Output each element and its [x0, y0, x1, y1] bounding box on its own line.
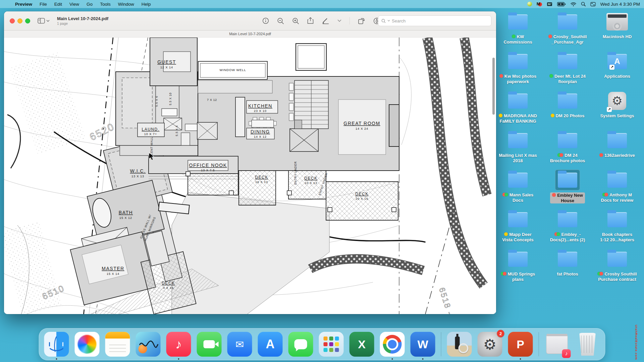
menu-item-help[interactable]: Help: [138, 2, 155, 7]
svg-text:14 X 24: 14 X 24: [356, 127, 368, 130]
desktop-wallpaper[interactable]: Preview File Edit View Go Tools Window H…: [0, 0, 644, 362]
status-window-icon[interactable]: [547, 2, 552, 6]
desktop-item-mailing-list-xmas-2018[interactable]: Mailing List X mas 2018: [493, 129, 543, 168]
svg-text:OFFICE NOOK: OFFICE NOOK: [189, 163, 227, 168]
folder-icon: [508, 252, 528, 267]
dock-notes-icon[interactable]: [105, 332, 130, 357]
rotate-button[interactable]: [358, 17, 365, 24]
document-header: Main Level 10-7-2024.pdf: [4, 31, 496, 38]
svg-text:23 X 10: 23 X 10: [254, 109, 267, 113]
red-tag-dot: [548, 35, 552, 38]
menu-item-window[interactable]: Window: [114, 2, 138, 7]
dock-finder-icon[interactable]: [44, 332, 69, 357]
dock-excel-icon[interactable]: X: [350, 332, 374, 357]
dock-mail-icon[interactable]: ✉: [227, 332, 252, 357]
dock-waveform-app-icon[interactable]: [136, 332, 161, 357]
dock-powerpoint-icon[interactable]: P: [508, 332, 533, 357]
menu-item-file[interactable]: File: [36, 2, 51, 7]
markup-options-chevron[interactable]: [337, 19, 341, 22]
dock-chrome-icon[interactable]: [380, 332, 405, 357]
spotlight-icon[interactable]: [581, 2, 586, 6]
sidebar-toggle-button[interactable]: [38, 18, 50, 24]
desktop-item-dm-20-photos[interactable]: DM 20 Photos: [543, 89, 592, 129]
menu-item-go[interactable]: Go: [83, 2, 96, 7]
search-input[interactable]: Search: [378, 15, 491, 26]
menu-bar-clock[interactable]: Wed Jun 4 3:30 PM: [600, 2, 640, 7]
status-orb-icon[interactable]: [527, 2, 532, 6]
svg-text:20 X 16: 20 X 16: [356, 197, 368, 200]
folder-icon: [508, 212, 528, 227]
dock-word-icon[interactable]: W: [411, 332, 435, 357]
desktop-item-1362aeriedrive[interactable]: 1362aeriedrive: [592, 129, 642, 168]
pdf-canvas[interactable]: GUEST 12 X 14 WINDOW WELL KITCHEN 23 X 1…: [4, 38, 496, 314]
svg-text:DECK: DECK: [162, 281, 175, 286]
desktop-item-crosby-southill-purchase-agr[interactable]: Crosby_Southill _Purchase_Agr: [543, 10, 592, 50]
zoom-out-button[interactable]: [277, 17, 284, 24]
share-button[interactable]: [307, 17, 314, 24]
dock-system-settings-icon[interactable]: ⚙2: [478, 332, 502, 357]
search-scope-chevron[interactable]: [387, 20, 390, 22]
dock-music-icon[interactable]: ♪: [166, 332, 191, 357]
floor-plan[interactable]: GUEST 12 X 14 WINDOW WELL KITCHEN 23 X 1…: [4, 38, 496, 314]
svg-text:ENTRY UNDER: ENTRY UNDER: [294, 161, 297, 185]
close-button[interactable]: [10, 18, 15, 23]
yellow-tag-dot: [504, 232, 508, 236]
folder-icon: [508, 54, 528, 69]
dock-photos-icon[interactable]: [75, 332, 100, 357]
info-button[interactable]: [262, 17, 269, 24]
control-center-icon[interactable]: [590, 2, 596, 6]
dock-minimized-window[interactable]: ♪: [545, 332, 570, 357]
dock-preview-icon[interactable]: [447, 332, 472, 357]
dock-launchpad-icon[interactable]: [319, 332, 344, 357]
desktop-item-crosby-southill-purchase-contract[interactable]: Crosby Southill Purchase contract: [592, 247, 642, 287]
menu-bar-status: Wed Jun 4 3:30 PM: [527, 2, 644, 7]
svg-text:10 X 13: 10 X 13: [305, 181, 317, 185]
yellow-tag-dot: [499, 114, 502, 117]
menu-item-edit[interactable]: Edit: [51, 2, 66, 7]
desktop-item-mann-sales-docs[interactable]: Mann Sales Docs: [493, 168, 543, 208]
svg-text:WINDOW WELL: WINDOW WELL: [220, 68, 246, 72]
desktop-item-dm-24-brochure-photos[interactable]: DM 24 Brochure photos: [543, 129, 592, 168]
menu-item-preview[interactable]: Preview: [11, 2, 36, 7]
desktop-item-applications[interactable]: A↗Applications: [592, 50, 642, 89]
svg-text:14 X 12: 14 X 12: [254, 135, 267, 138]
menu-item-tools[interactable]: Tools: [96, 2, 114, 7]
menu-item-view[interactable]: View: [66, 2, 83, 7]
chevron-down-icon: [46, 20, 50, 22]
yellow-tag-dot: [551, 114, 554, 117]
minimize-button[interactable]: [17, 18, 22, 23]
dock-trash-icon[interactable]: [575, 332, 600, 357]
desktop-item-madrona-and-family-banking[interactable]: MADRONA AND FaMILY BANKING: [493, 89, 543, 129]
desktop-item-system-settings[interactable]: ⚙↗System Settings: [592, 89, 642, 129]
zoom-button[interactable]: [25, 18, 30, 23]
desktop-item-deer-mt-lot-24-floorplan[interactable]: Deer Mt. Lot 24 floorplan: [543, 50, 592, 89]
desktop-item-macintosh-hd[interactable]: Macintosh HD: [592, 10, 642, 50]
svg-text:16 X 13: 16 X 13: [255, 180, 268, 184]
preview-window: Main Level 10-7-2024.pdf 1 page Search: [4, 11, 496, 314]
desktop-item-embley-new-house[interactable]: Embley New House: [543, 168, 592, 208]
toolbar-separator: [350, 17, 350, 24]
dock-messages-icon[interactable]: [288, 332, 313, 357]
desktop-item-anthony-m-docs-for-review[interactable]: Anthony M Docs for review: [592, 168, 642, 208]
dock-facetime-icon[interactable]: [197, 332, 222, 357]
desktop-item-kw-msc-photos-paperwork[interactable]: Kw Msc photos paperwork: [493, 50, 543, 89]
wifi-icon[interactable]: [571, 2, 576, 6]
desktop-item-embley-docs-2[interactable]: Embley_- Docs(2)...ents (2): [543, 208, 592, 247]
battery-icon[interactable]: [557, 2, 566, 6]
desktop-item-kw-commissions[interactable]: KW Commissions: [493, 10, 543, 50]
svg-text:10 X 7+: 10 X 7+: [144, 132, 157, 136]
status-app-logo-icon[interactable]: [537, 2, 542, 7]
svg-text:7 X 12: 7 X 12: [207, 98, 217, 102]
dock-app-store-icon[interactable]: A: [258, 332, 283, 357]
zoom-in-button[interactable]: [292, 17, 299, 24]
desktop-item-mapp-deer-vista-concepts[interactable]: Mapp Deer Vista Concepts: [493, 208, 543, 247]
desktop-item-book-chapters[interactable]: Book chapters 1-12 20...hapters: [592, 208, 642, 247]
svg-text:15 X 12: 15 X 12: [119, 216, 132, 220]
folder-icon: [607, 173, 627, 188]
desktop-item-mud-springs-plans[interactable]: MUD Springs plans: [493, 247, 543, 287]
desktop-item-fat-photos[interactable]: fat Photos: [543, 247, 592, 287]
red-tag-dot: [604, 193, 608, 196]
folder-icon: [508, 94, 528, 109]
window-titlebar[interactable]: Main Level 10-7-2024.pdf 1 page Search: [4, 11, 496, 31]
markup-pencil-button[interactable]: [322, 17, 329, 24]
